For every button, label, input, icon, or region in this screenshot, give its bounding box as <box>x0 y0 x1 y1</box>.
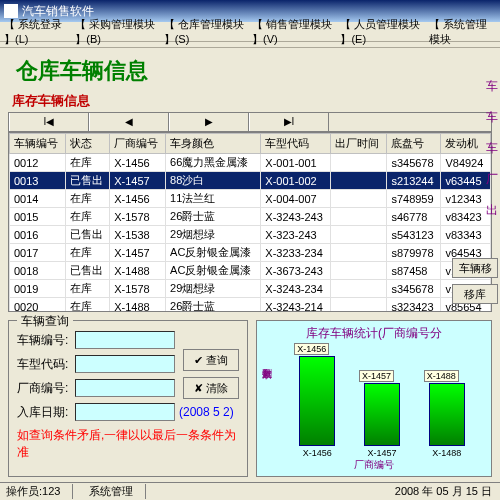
table-cell: X-001-002 <box>261 172 331 190</box>
table-cell: X-1457 <box>110 244 166 262</box>
menu-purchase[interactable]: 【 采购管理模块 】(B) <box>75 17 155 47</box>
table-cell: v63445 <box>441 172 491 190</box>
table-cell: 已售出 <box>65 262 109 280</box>
table-cell: v83423 <box>441 208 491 226</box>
table-cell: s345678 <box>387 280 441 298</box>
query-label: 入库日期: <box>17 404 75 421</box>
nav-last-button[interactable]: ▶I <box>249 113 329 131</box>
table-cell: s345678 <box>387 154 441 172</box>
table-cell: 11法兰红 <box>166 190 261 208</box>
chart-panel: 库存车辆统计(厂商编号分 剩余数量 X-1456X-1457X-1488 X-1… <box>256 320 492 477</box>
table-row[interactable]: 0017在库X-1457AC反射银金属漆X-3233-234s879978v64… <box>10 244 491 262</box>
table-row[interactable]: 0015在库X-157826爵士蓝X-3243-243s46778v83423 <box>10 208 491 226</box>
table-cell: v12343 <box>441 190 491 208</box>
chart-bar-label: X-1456 <box>294 343 329 355</box>
table-cell <box>331 244 387 262</box>
table-cell: X-001-001 <box>261 154 331 172</box>
table-cell <box>331 298 387 313</box>
table-cell: X-1488 <box>110 298 166 313</box>
query-panel: 车辆查询 车辆编号:车型代码:厂商编号:入库日期:(2008 5 2) ✔ 查询… <box>8 320 248 477</box>
column-header[interactable]: 厂商编号 <box>110 134 166 154</box>
table-cell: 0012 <box>10 154 66 172</box>
query-label: 厂商编号: <box>17 380 75 397</box>
column-header[interactable]: 底盘号 <box>387 134 441 154</box>
table-cell: 在库 <box>65 280 109 298</box>
column-header[interactable]: 出厂时间 <box>331 134 387 154</box>
table-cell: s543123 <box>387 226 441 244</box>
nav-first-button[interactable]: I◀ <box>9 113 89 131</box>
menu-login[interactable]: 【 系统登录 】(L) <box>4 17 67 47</box>
table-cell: X-323-243 <box>261 226 331 244</box>
column-header[interactable]: 车辆编号 <box>10 134 66 154</box>
chart-bar: X-1488 <box>429 383 465 446</box>
query-note: 如查询条件矛盾,一律以以最后一条条件为准 <box>17 427 239 461</box>
table-row[interactable]: 0019在库X-157829烟想绿X-3243-234s345678v12343 <box>10 280 491 298</box>
table-cell: v83343 <box>441 226 491 244</box>
chart-xtick: X-1456 <box>303 448 332 458</box>
table-cell: 29烟想绿 <box>166 280 261 298</box>
side-button[interactable]: 移库 <box>452 284 498 304</box>
table-cell: 26爵士蓝 <box>166 298 261 313</box>
table-cell: 0019 <box>10 280 66 298</box>
clear-button[interactable]: ✘ 清除 <box>183 377 239 399</box>
table-row[interactable]: 0013已售出X-145788沙白X-001-002s213244v63445 <box>10 172 491 190</box>
table-cell: 在库 <box>65 244 109 262</box>
statusbar: 操作员:123 系统管理 2008 年 05 月 15 日 <box>0 482 500 500</box>
table-cell: 26爵士蓝 <box>166 208 261 226</box>
table-cell: 0020 <box>10 298 66 313</box>
table-cell: 29烟想绿 <box>166 226 261 244</box>
chart-bar-label: X-1457 <box>359 370 394 382</box>
table-row[interactable]: 0018已售出X-1488AC反射银金属漆X-3673-243s87458v10… <box>10 262 491 280</box>
table-row[interactable]: 0020在库X-148826爵士蓝X-3243-214s323423v85654 <box>10 298 491 313</box>
menu-sales[interactable]: 【 销售管理模块 】(V) <box>252 17 332 47</box>
table-cell: 在库 <box>65 154 109 172</box>
inventory-table[interactable]: 车辆编号状态厂商编号车身颜色车型代码出厂时间底盘号发动机 0012在库X-145… <box>8 132 492 312</box>
column-header[interactable]: 车身颜色 <box>166 134 261 154</box>
table-cell: X-3243-214 <box>261 298 331 313</box>
table-cell: s748959 <box>387 190 441 208</box>
nav-next-button[interactable]: ▶ <box>169 113 249 131</box>
side-label: 车 <box>486 109 500 126</box>
table-cell: s879978 <box>387 244 441 262</box>
table-cell: X-1488 <box>110 262 166 280</box>
table-cell: 66魔力黑金属漆 <box>166 154 261 172</box>
side-label: 出 <box>486 202 500 219</box>
table-cell: 在库 <box>65 190 109 208</box>
table-row[interactable]: 0012在库X-145666魔力黑金属漆X-001-001s345678V849… <box>10 154 491 172</box>
side-buttons: 车辆移移库 <box>452 258 498 310</box>
table-row[interactable]: 0016已售出X-153829烟想绿X-323-243s543123v83343 <box>10 226 491 244</box>
column-header[interactable]: 发动机 <box>441 134 491 154</box>
table-row[interactable]: 0014在库X-145611法兰红X-004-007s748959v12343 <box>10 190 491 208</box>
status-sys: 系统管理 <box>89 484 146 499</box>
table-cell: X-3243-234 <box>261 280 331 298</box>
chart-title: 库存车辆统计(厂商编号分 <box>261 325 487 342</box>
nav-prev-button[interactable]: ◀ <box>89 113 169 131</box>
table-cell <box>331 280 387 298</box>
side-labels: 车车车厂出 <box>486 78 500 233</box>
table-cell: 0015 <box>10 208 66 226</box>
table-cell: s213244 <box>387 172 441 190</box>
query-input[interactable] <box>75 331 175 349</box>
menu-personnel[interactable]: 【 人员管理模块 】(E) <box>340 17 420 47</box>
chart-bar-label: X-1488 <box>424 370 459 382</box>
query-input[interactable] <box>75 379 175 397</box>
table-cell <box>331 172 387 190</box>
menu-warehouse[interactable]: 【 仓库管理模块 】(S) <box>164 17 244 47</box>
table-cell: X-1457 <box>110 172 166 190</box>
table-cell: X-004-007 <box>261 190 331 208</box>
table-cell: 已售出 <box>65 172 109 190</box>
column-header[interactable]: 车型代码 <box>261 134 331 154</box>
query-input[interactable] <box>75 355 175 373</box>
query-input[interactable] <box>75 403 175 421</box>
search-button[interactable]: ✔ 查询 <box>183 349 239 371</box>
side-button[interactable]: 车辆移 <box>452 258 498 278</box>
menu-system[interactable]: 【 系统管理模块 <box>429 17 488 47</box>
table-cell: 在库 <box>65 298 109 313</box>
table-cell: 在库 <box>65 208 109 226</box>
section-title: 库存车辆信息 <box>8 92 492 110</box>
column-header[interactable]: 状态 <box>65 134 109 154</box>
table-cell <box>331 208 387 226</box>
table-cell: 0014 <box>10 190 66 208</box>
side-label: 车 <box>486 140 500 157</box>
page-title: 仓库车辆信息 <box>8 56 492 86</box>
